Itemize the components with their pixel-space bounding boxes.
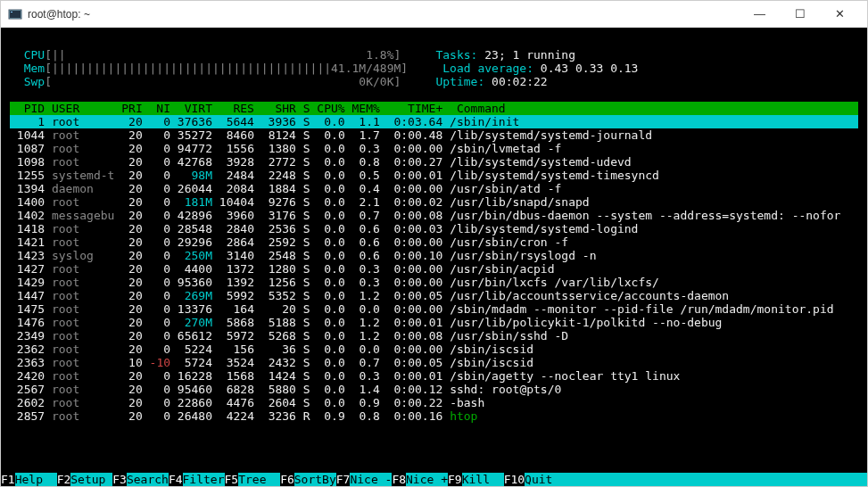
uptime-value: 00:02:22	[492, 75, 548, 88]
process-row[interactable]: 1394 daemon 20 0 26044 2084 1884 S 0.0 0…	[10, 182, 858, 195]
process-row[interactable]: 1 root 20 0 37636 5644 3936 S 0.0 1.1 0:…	[10, 115, 858, 128]
fkey-F9[interactable]: F9	[448, 473, 462, 486]
tasks-value: 23; 1 running	[484, 48, 575, 62]
putty-icon	[8, 7, 22, 21]
mem-meter-bar: [|||||||||||||||||||||||||||||||||||||||…	[45, 62, 408, 75]
titlebar[interactable]: root@htop: ~ — ☐ ✕	[1, 1, 867, 28]
process-row[interactable]: 1476 root 20 0 270M 5868 5188 S 0.0 1.2 …	[10, 316, 858, 329]
process-row[interactable]: 2349 root 20 0 65612 5972 5268 S 0.0 1.2…	[10, 329, 858, 343]
fkey-F3[interactable]: F3	[112, 473, 127, 486]
process-row[interactable]: 1447 root 20 0 269M 5992 5352 S 0.0 1.2 …	[10, 289, 858, 302]
window-title: root@htop: ~	[28, 8, 740, 21]
process-row[interactable]: 2362 root 20 0 5224 156 36 S 0.0 0.0 0:0…	[10, 343, 858, 356]
process-row[interactable]: 2420 root 20 0 16228 1568 1424 S 0.0 0.3…	[10, 369, 858, 383]
function-key-bar[interactable]: F1Help F2Setup F3SearchF4FilterF5Tree F6…	[1, 473, 867, 486]
minimize-button[interactable]: —	[740, 1, 780, 28]
flabel-F2[interactable]: Setup	[70, 473, 112, 486]
cpu-meter-bar: [|| 1.8%]	[45, 48, 401, 62]
process-row[interactable]: 2363 root 10 -10 5724 3524 2432 S 0.0 0.…	[10, 356, 858, 369]
process-row[interactable]: 1421 root 20 0 29296 2864 2592 S 0.0 0.6…	[10, 235, 858, 249]
fkey-F4[interactable]: F4	[169, 473, 183, 486]
maximize-button[interactable]: ☐	[780, 1, 820, 28]
process-row[interactable]: 2857 root 20 0 26480 4224 3236 R 0.9 0.8…	[10, 409, 858, 423]
flabel-F10[interactable]: Quit	[525, 473, 552, 486]
fkey-F8[interactable]: F8	[392, 473, 406, 486]
fkey-F2[interactable]: F2	[57, 473, 71, 486]
flabel-F6[interactable]: SortBy	[294, 473, 336, 486]
fkey-F1[interactable]: F1	[1, 473, 15, 486]
app-window: root@htop: ~ — ☐ ✕ CPU[|| 1.8%] Tasks: 2…	[0, 0, 868, 487]
swp-meter-label: Swp	[24, 75, 45, 88]
process-row[interactable]: 1044 root 20 0 35272 8460 8124 S 0.0 1.7…	[10, 128, 858, 142]
process-row[interactable]: 1475 root 20 0 13376 164 20 S 0.0 0.0 0:…	[10, 302, 858, 316]
process-row[interactable]: 1400 root 20 0 181M 10404 9276 S 0.0 2.1…	[10, 195, 858, 209]
tasks-label: Tasks:	[435, 48, 484, 62]
swp-meter-bar: [ 0K/0K]	[45, 75, 401, 88]
process-row[interactable]: 2602 root 20 0 22860 4476 2604 S 0.0 0.9…	[10, 396, 858, 409]
flabel-F9[interactable]: Kill	[462, 473, 504, 486]
flabel-F7[interactable]: Nice -	[350, 473, 392, 486]
load-label: Load average:	[442, 62, 541, 75]
column-header-row[interactable]: PID USER PRI NI VIRT RES SHR S CPU% MEM%…	[10, 102, 858, 115]
flabel-F1[interactable]: Help	[15, 473, 57, 486]
cpu-meter-label: CPU	[24, 48, 45, 62]
process-row[interactable]: 1418 root 20 0 28548 2840 2536 S 0.0 0.6…	[10, 222, 858, 235]
process-row[interactable]: 1087 root 20 0 94772 1556 1380 S 0.0 0.3…	[10, 142, 858, 155]
fkey-F5[interactable]: F5	[225, 473, 239, 486]
process-row[interactable]: 1427 root 20 0 4400 1372 1280 S 0.0 0.3 …	[10, 262, 858, 276]
process-row[interactable]: 2567 root 20 0 95460 6828 5880 S 0.0 1.4…	[10, 383, 858, 396]
flabel-F5[interactable]: Tree	[238, 473, 280, 486]
uptime-label: Uptime:	[435, 75, 492, 88]
process-row[interactable]: 1402 messagebu 20 0 42896 3960 3176 S 0.…	[10, 209, 858, 222]
flabel-F8[interactable]: Nice +	[406, 473, 448, 486]
process-row[interactable]: 1429 root 20 0 95360 1392 1256 S 0.0 0.3…	[10, 276, 858, 289]
fkey-F10[interactable]: F10	[504, 473, 525, 486]
fkey-F6[interactable]: F6	[280, 473, 294, 486]
fkey-F7[interactable]: F7	[336, 473, 351, 486]
flabel-F4[interactable]: Filter	[183, 473, 225, 486]
process-row[interactable]: 1098 root 20 0 42768 3928 2772 S 0.0 0.8…	[10, 155, 858, 169]
flabel-F3[interactable]: Search	[127, 473, 169, 486]
svg-rect-2	[11, 12, 12, 12]
process-row[interactable]: 1423 syslog 20 0 250M 3140 2548 S 0.0 0.…	[10, 249, 858, 262]
mem-meter-label: Mem	[24, 62, 45, 75]
terminal[interactable]: CPU[|| 1.8%] Tasks: 23; 1 running Mem[||…	[1, 28, 867, 486]
load-value: 0.43 0.33 0.13	[541, 62, 639, 75]
process-list[interactable]: 1 root 20 0 37636 5644 3936 S 0.0 1.1 0:…	[10, 115, 858, 423]
close-button[interactable]: ✕	[820, 1, 860, 28]
process-row[interactable]: 1255 systemd-t 20 0 98M 2484 2248 S 0.0 …	[10, 169, 858, 182]
